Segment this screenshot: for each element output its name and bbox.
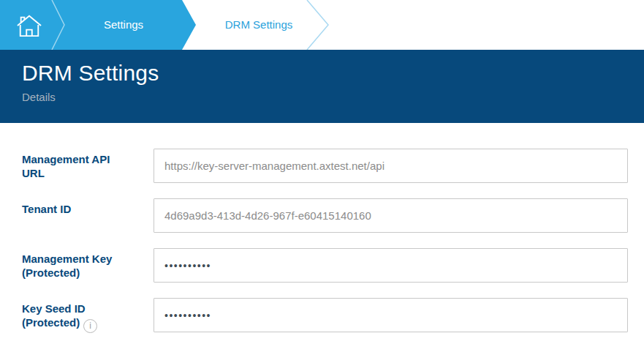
form-row-management-key: Management Key (Protected) — [22, 248, 644, 283]
home-icon — [15, 13, 43, 38]
breadcrumb: Settings DRM Settings — [0, 0, 644, 50]
drm-settings-form: Management API URL Tenant ID Management … — [0, 123, 644, 333]
tenant-id-input[interactable] — [154, 198, 628, 233]
key-seed-id-input[interactable] — [154, 298, 628, 332]
form-row-tenant-id: Tenant ID — [22, 198, 644, 233]
management-key-label: Management Key (Protected) — [22, 248, 154, 283]
form-row-management-api-url: Management API URL — [22, 149, 644, 183]
page-title: DRM Settings — [22, 50, 644, 86]
tenant-id-label: Tenant ID — [22, 198, 154, 233]
key-seed-id-label: Key Seed ID (Protected)i — [22, 298, 154, 333]
page-subtitle: Details — [22, 91, 644, 103]
field-label-text: Tenant ID — [22, 203, 71, 215]
info-icon[interactable]: i — [83, 319, 97, 333]
breadcrumb-item-drm-settings[interactable]: DRM Settings — [207, 0, 311, 50]
field-label-text: Key Seed ID (Protected) — [22, 302, 86, 329]
page-header: DRM Settings Details — [0, 50, 644, 123]
management-api-url-label: Management API URL — [22, 149, 154, 183]
management-key-input[interactable] — [154, 248, 628, 283]
form-row-key-seed-id: Key Seed ID (Protected)i — [22, 298, 644, 333]
management-api-url-input[interactable] — [154, 149, 628, 183]
home-button[interactable] — [13, 12, 45, 40]
breadcrumb-item-settings[interactable]: Settings — [66, 0, 181, 50]
field-label-text: Management Key (Protected) — [22, 253, 112, 279]
field-label-text: Management API URL — [22, 153, 110, 179]
